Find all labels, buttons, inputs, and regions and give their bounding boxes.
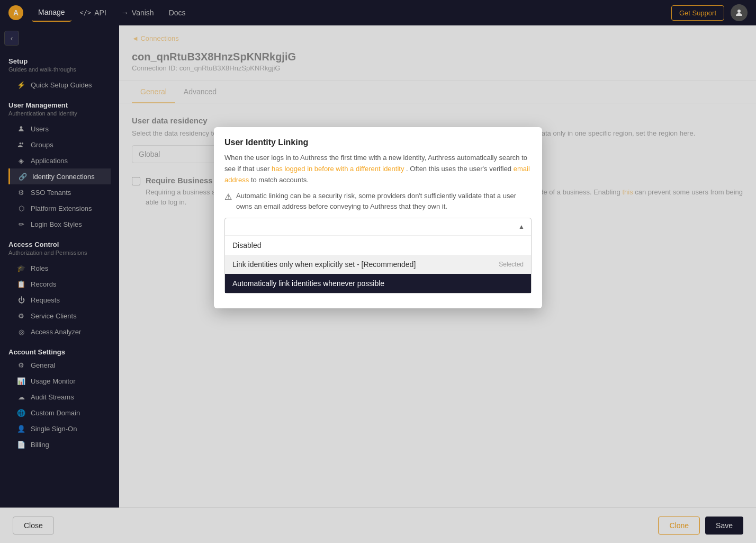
main-content: ◄ Connections con_qnRtuB3X8HnzSpKNRkgjiG… <box>119 25 756 508</box>
modal-title: User Identity Linking <box>224 138 532 147</box>
dropdown-options-list: Disabled Link identities only when expli… <box>225 236 531 293</box>
modal-link1[interactable]: has logged in before with a different id… <box>272 165 404 173</box>
modal-overlay: User Identity Linking When the user logs… <box>119 25 756 508</box>
dropdown-option-recommended[interactable]: Link identities only when explicitly set… <box>225 255 531 274</box>
dropdown-option-disabled[interactable]: Disabled <box>225 236 531 255</box>
identity-linking-dropdown[interactable]: ▲ Disabled Link identities only when exp… <box>224 218 532 293</box>
selected-badge: Selected <box>499 261 524 268</box>
content-area: ◄ Connections con_qnRtuB3X8HnzSpKNRkgjiG… <box>119 25 756 508</box>
dropdown-arrow-icon: ▲ <box>518 223 525 230</box>
dropdown-search-input[interactable] <box>231 222 518 231</box>
user-identity-linking-modal: User Identity Linking When the user logs… <box>214 127 542 308</box>
modal-description: When the user logs in to Authress the fi… <box>224 153 532 185</box>
modal-warning: ⚠ Automatic linking can be a security ri… <box>224 191 532 211</box>
dropdown-input-row[interactable]: ▲ <box>225 218 531 236</box>
dropdown-option-automatic[interactable]: Automatically link identities whenever p… <box>225 274 531 293</box>
app-body: ‹ Setup Guides and walk-throughs ⚡ Quick… <box>0 25 756 508</box>
warning-icon: ⚠ <box>224 191 232 203</box>
